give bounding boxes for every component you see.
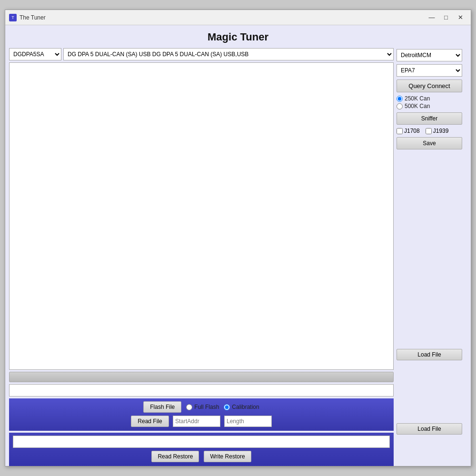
flash-file-button[interactable]: Flash File — [143, 401, 181, 413]
ecu-dropdown[interactable]: DetroitMCM — [397, 49, 462, 61]
spacer3 — [397, 437, 467, 466]
minimize-button[interactable]: — — [425, 12, 438, 23]
file-path-bar — [9, 384, 394, 397]
can-250k-option[interactable]: 250K Can — [397, 95, 467, 102]
restore-btn-row: Read Restore Write Restore — [13, 451, 390, 462]
close-button[interactable]: ✕ — [454, 12, 467, 23]
flash-section: Flash File Full Flash Calibration Read F… — [9, 398, 394, 431]
load-file-button-2[interactable]: Load File — [397, 423, 462, 435]
load-file-button-1[interactable]: Load File — [397, 349, 462, 360]
can-500k-radio[interactable] — [397, 103, 403, 109]
restore-file-row — [13, 436, 390, 448]
can-250k-radio[interactable] — [397, 96, 403, 102]
connection-dropdown[interactable]: DG DPA 5 DUAL-CAN (SA) USB DG DPA 5 DUAL… — [63, 48, 394, 60]
sniffer-button[interactable]: Sniffer — [397, 112, 462, 125]
can-radio-group: 250K Can 500K Can — [397, 95, 467, 109]
main-area: DGDPA5SA DG DPA 5 DUAL-CAN (SA) USB DG D… — [5, 48, 471, 466]
window-controls: — □ ✕ — [425, 12, 467, 23]
full-flash-radio[interactable] — [186, 404, 192, 410]
calibration-radio[interactable] — [224, 404, 230, 410]
checkbox-row: J1708 J1939 — [397, 128, 467, 134]
window-title: The Tuner — [20, 14, 46, 21]
read-row: Read File — [13, 416, 390, 427]
flash-row: Flash File Full Flash Calibration — [13, 401, 390, 413]
maximize-button[interactable]: □ — [439, 12, 453, 23]
write-restore-button[interactable]: Write Restore — [204, 451, 251, 462]
window-body: Magic Tuner DGDPA5SA DG DPA 5 DUAL-CAN (… — [5, 25, 471, 466]
j1939-checkbox-label[interactable]: J1939 — [426, 128, 449, 134]
start-addr-input[interactable] — [173, 416, 220, 427]
j1708-checkbox-label[interactable]: J1708 — [397, 128, 420, 134]
read-restore-button[interactable]: Read Restore — [151, 451, 199, 462]
full-flash-option[interactable]: Full Flash — [186, 404, 219, 410]
restore-section: Read Restore Write Restore — [9, 433, 394, 466]
app-icon: T — [9, 14, 17, 21]
log-area — [9, 62, 394, 370]
calibration-option[interactable]: Calibration — [224, 404, 259, 410]
progress-bar — [9, 372, 394, 382]
top-dropdowns: DGDPA5SA DG DPA 5 DUAL-CAN (SA) USB DG D… — [9, 48, 394, 60]
spacer — [397, 152, 467, 346]
main-window: T The Tuner — □ ✕ Magic Tuner DGDPA5SA D… — [5, 10, 471, 466]
save-button[interactable]: Save — [397, 137, 462, 149]
j1708-checkbox[interactable] — [397, 128, 403, 134]
protocol-dropdown[interactable]: EPA7 — [397, 64, 462, 77]
read-file-button[interactable]: Read File — [131, 416, 169, 427]
app-title: Magic Tuner — [5, 25, 471, 48]
device-dropdown[interactable]: DGDPA5SA — [9, 48, 61, 60]
title-bar: T The Tuner — □ ✕ — [5, 10, 471, 25]
length-input[interactable] — [224, 416, 272, 427]
restore-file-bar — [13, 436, 390, 448]
right-panel: DetroitMCM EPA7 Query Connect 250K Can — [397, 48, 467, 466]
query-connect-button[interactable]: Query Connect — [397, 79, 462, 92]
j1939-checkbox[interactable] — [426, 128, 432, 134]
spacer2 — [397, 363, 467, 420]
left-panel: DGDPA5SA DG DPA 5 DUAL-CAN (SA) USB DG D… — [9, 48, 394, 466]
title-bar-left: T The Tuner — [9, 14, 46, 21]
can-500k-option[interactable]: 500K Can — [397, 103, 467, 109]
